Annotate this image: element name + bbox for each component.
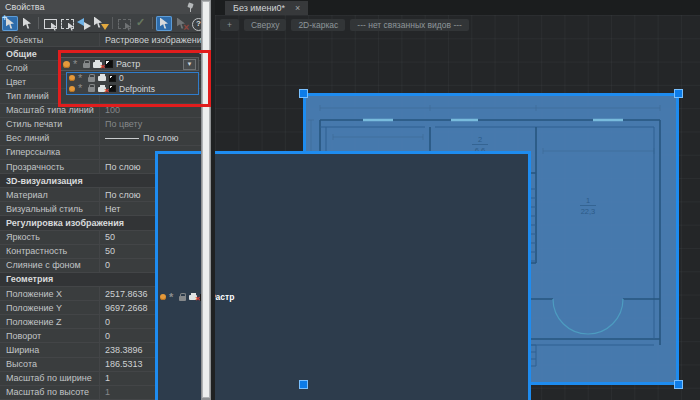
- layer-option-label: 0: [119, 73, 124, 83]
- layer-print-icon[interactable]: [93, 62, 102, 68]
- room-number: 2: [478, 135, 482, 144]
- cursor-icon[interactable]: [19, 16, 35, 31]
- tab-close-icon[interactable]: ×: [295, 3, 300, 13]
- property-value-text: По слою: [105, 190, 141, 200]
- layer-lock-icon[interactable]: [83, 63, 90, 68]
- property-label: Прозрачность: [0, 160, 100, 173]
- document-tab-label: Без имени0*: [233, 3, 285, 13]
- property-value-text: Растровое изображение: [105, 35, 207, 45]
- window-select-icon[interactable]: [42, 16, 58, 31]
- property-value-text: По слою: [105, 162, 141, 172]
- filter-select-icon[interactable]: [93, 16, 109, 31]
- layer-color-swatch[interactable]: [105, 60, 113, 68]
- property-value-text: 0: [105, 317, 110, 327]
- layer-lock-icon[interactable]: [88, 87, 95, 92]
- property-value[interactable]: Растровое изображение: [100, 35, 212, 45]
- panel-title: Свойства: [5, 2, 45, 12]
- property-value-text: По цвету: [105, 119, 142, 129]
- property-value-text: 50: [105, 246, 115, 256]
- viewport-control-add-view[interactable]: +: [220, 19, 239, 31]
- panel-header: Свойства ×: [0, 0, 212, 14]
- viewport-control-visual-style[interactable]: 2D-каркас: [291, 19, 345, 31]
- layer-lock-icon[interactable]: [88, 77, 95, 82]
- layer-combo[interactable]: Растр▼: [60, 57, 199, 71]
- property-row: Вес линийПо слою: [0, 132, 212, 146]
- layer-print-icon[interactable]: [98, 87, 106, 92]
- property-value-text: По слою: [143, 133, 179, 143]
- properties-panel: Свойства × ОбъектыРастровое изображениеО…: [0, 0, 212, 400]
- grip-top-left[interactable]: [299, 89, 308, 98]
- deselect-icon[interactable]: [173, 16, 189, 31]
- panel-scrollbar[interactable]: [201, 0, 211, 400]
- document-tab-bar: Без имени0* ×: [215, 0, 700, 15]
- property-label: Вес линий: [0, 132, 100, 145]
- property-value[interactable]: По слою: [100, 133, 212, 143]
- grip-bottom-left[interactable]: [299, 380, 308, 389]
- room-number: 1: [586, 196, 590, 205]
- property-label: Яркость: [0, 231, 100, 244]
- layer-color-swatch[interactable]: [109, 75, 116, 82]
- property-value-text: 0: [105, 331, 110, 341]
- layer-on-icon[interactable]: [69, 75, 75, 81]
- confirm-icon[interactable]: [133, 16, 149, 31]
- property-label: Масштаб по ширине: [0, 372, 100, 385]
- layer-on-icon[interactable]: [63, 61, 70, 68]
- property-label: Положение X: [0, 287, 100, 300]
- layer-print-icon[interactable]: [189, 295, 197, 300]
- property-value-text: 1: [105, 373, 110, 383]
- property-label: Материал: [0, 188, 100, 201]
- property-label: Поворот: [0, 329, 100, 342]
- select-add-icon[interactable]: [2, 16, 18, 31]
- property-value[interactable]: 100: [100, 105, 212, 115]
- document-tab[interactable]: Без имени0* ×: [225, 1, 308, 15]
- panel-splitter[interactable]: [211, 0, 215, 400]
- property-label: Положение Y: [0, 301, 100, 314]
- viewport-control-linked-views[interactable]: --- нет связанных видов ---: [350, 19, 469, 31]
- pin-icon[interactable]: [187, 2, 195, 12]
- swap-select-icon[interactable]: [76, 16, 92, 31]
- property-row: Масштаб типа линий100: [0, 104, 212, 118]
- scrollbar-thumb[interactable]: [202, 1, 210, 398]
- property-label: Гиперссылка: [0, 146, 100, 159]
- property-value[interactable]: По цвету: [100, 119, 212, 129]
- property-value-text: 9697.2668: [105, 303, 148, 313]
- pointer-icon[interactable]: [156, 16, 172, 31]
- crossing-select-icon[interactable]: [59, 16, 75, 31]
- property-label: Контрастность: [0, 245, 100, 258]
- property-value-text: 0: [105, 260, 110, 270]
- layer-freeze-icon[interactable]: [78, 84, 85, 93]
- property-label: Объекты: [0, 33, 100, 46]
- layer-on-icon[interactable]: [69, 86, 75, 92]
- grip-bottom-right[interactable]: [674, 380, 683, 389]
- property-value-text: Нет: [105, 204, 120, 214]
- layer-freeze-icon[interactable]: [73, 60, 80, 69]
- layer-option[interactable]: 0: [67, 73, 198, 83]
- property-row: ОбъектыРастровое изображение: [0, 33, 212, 47]
- property-value-text: 238.3896: [105, 345, 143, 355]
- layer-lock-icon[interactable]: [179, 296, 186, 301]
- layer-color-swatch[interactable]: [109, 85, 116, 92]
- layer-print-icon[interactable]: [98, 76, 106, 81]
- layer-freeze-icon[interactable]: [169, 293, 176, 302]
- layer-option-label: Defpoints: [119, 84, 155, 94]
- property-label: Масштаб по высоте: [0, 386, 100, 399]
- layer-option[interactable]: Defpoints: [67, 83, 198, 93]
- property-row: Стиль печатиПо цвету: [0, 118, 212, 132]
- room-area: 22,3: [581, 207, 596, 216]
- toolbar-separator: [112, 17, 113, 29]
- group-select-icon[interactable]: [116, 16, 132, 31]
- property-label: Положение Z: [0, 315, 100, 328]
- property-label: Высота: [0, 358, 100, 371]
- layer-combo-value: Растр: [116, 59, 180, 69]
- viewport-control-view-direction[interactable]: Сверху: [244, 19, 286, 31]
- grip-top-right[interactable]: [674, 89, 683, 98]
- property-label: Масштаб типа линий: [0, 104, 100, 117]
- property-value-text: 1: [105, 387, 110, 397]
- dropdown-arrow-icon[interactable]: ▼: [183, 59, 196, 70]
- property-value-text: 50: [105, 232, 115, 242]
- property-label: Ширина: [0, 343, 100, 356]
- property-value-text: 2517.8636: [105, 289, 148, 299]
- toolbar-separator: [38, 17, 39, 29]
- property-value-text: 100: [105, 105, 120, 115]
- layer-on-icon[interactable]: [160, 294, 166, 300]
